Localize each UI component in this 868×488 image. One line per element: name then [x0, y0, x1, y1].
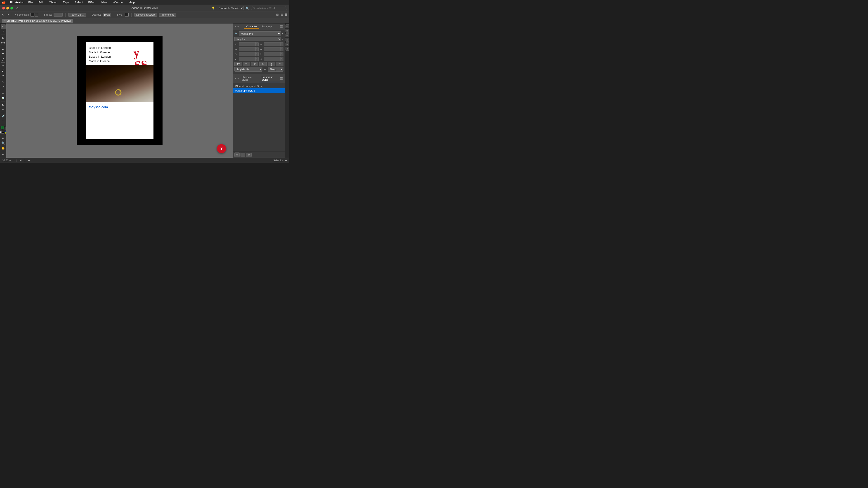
- workspace-selector[interactable]: Essentials Classic: [217, 6, 244, 10]
- canvas-area[interactable]: Based in London Made in Greece Based in …: [6, 24, 233, 158]
- stock-search-input[interactable]: [251, 6, 287, 10]
- font-style-select[interactable]: Regular: [235, 37, 281, 41]
- reflect-tool[interactable]: ⟺: [1, 41, 6, 45]
- close-button[interactable]: [2, 7, 5, 9]
- none-swatch[interactable]: [0, 131, 2, 133]
- style-swatch[interactable]: [125, 13, 129, 17]
- stroke-value-input[interactable]: [54, 13, 63, 17]
- fill-swatch[interactable]: [31, 13, 34, 17]
- more-tools[interactable]: •••: [1, 152, 6, 157]
- strip-btn-6[interactable]: ⊛: [285, 47, 289, 51]
- apple-menu[interactable]: 🍎: [2, 1, 6, 4]
- pen-tool[interactable]: ✒: [1, 47, 6, 52]
- home-icon[interactable]: ⌂: [16, 6, 19, 10]
- new-style-from-selection-button[interactable]: ⊕: [235, 153, 240, 157]
- direct-selection-icon[interactable]: ↗: [6, 13, 9, 17]
- select-menu[interactable]: Select: [74, 1, 84, 4]
- panel-close-icon[interactable]: ×: [235, 25, 236, 28]
- document-setup-button[interactable]: Document Setup: [134, 13, 157, 17]
- scale-v-up[interactable]: ▲: [281, 53, 283, 54]
- create-new-style-button[interactable]: +: [241, 153, 245, 157]
- leading-down[interactable]: ▼: [281, 44, 283, 46]
- panel-menu-icon[interactable]: ☰: [280, 25, 283, 29]
- app-name-menu[interactable]: Illustrator: [10, 1, 24, 4]
- stroke-color-swatch[interactable]: [2, 127, 5, 130]
- styles-panel-close-icon[interactable]: ×: [235, 77, 236, 80]
- language-select[interactable]: English: UK: [235, 67, 262, 72]
- tab-paragraph-styles[interactable]: Paragraph Styles: [259, 75, 280, 82]
- small-caps-button[interactable]: Tr: [243, 62, 250, 66]
- effect-menu[interactable]: Effect: [87, 1, 96, 4]
- zoom-dropdown-icon[interactable]: ▾: [12, 159, 13, 162]
- rectangle-tool[interactable]: ▭: [1, 107, 6, 112]
- touch-type-button[interactable]: Touch Call...: [68, 13, 86, 17]
- scale-v-down[interactable]: ▼: [281, 54, 283, 56]
- view-menu[interactable]: View: [100, 1, 108, 4]
- page-prev-icon[interactable]: ◀: [20, 159, 22, 162]
- direct-selection-tool[interactable]: ↗: [1, 29, 6, 34]
- tracking-input[interactable]: 0: [264, 47, 281, 51]
- leading-up[interactable]: ▲: [281, 42, 283, 44]
- styles-panel-menu-icon[interactable]: ☰: [280, 77, 283, 80]
- brush-tool[interactable]: 🖌: [1, 68, 6, 73]
- stroke-swatch[interactable]: [35, 13, 38, 17]
- baseline-up[interactable]: ▲: [256, 57, 258, 59]
- black-swatch[interactable]: [2, 131, 4, 133]
- eyedropper-tool[interactable]: 💉: [1, 113, 6, 118]
- rotate-down[interactable]: ▼: [281, 59, 283, 61]
- edit-menu[interactable]: Edit: [37, 1, 44, 4]
- font-family-select[interactable]: Myriad Pro: [239, 31, 281, 36]
- file-menu[interactable]: File: [27, 1, 34, 4]
- transform-icon[interactable]: ⊞: [281, 13, 283, 16]
- line-tool[interactable]: ╱: [1, 57, 6, 61]
- align-icon[interactable]: ⊟: [276, 13, 279, 16]
- more-icon[interactable]: ☰: [285, 13, 287, 16]
- status-arrow-icon[interactable]: ▶: [285, 159, 287, 162]
- strip-btn-4[interactable]: ☰: [285, 38, 289, 41]
- minimize-button[interactable]: [6, 7, 9, 9]
- kerning-up[interactable]: ▲: [256, 47, 258, 49]
- type-menu[interactable]: Type: [62, 1, 70, 4]
- strikethrough-button[interactable]: T: [276, 62, 283, 66]
- subscript-button[interactable]: T₂: [259, 62, 267, 66]
- tab-character[interactable]: Character: [244, 24, 259, 29]
- hand-tool[interactable]: ✋: [1, 146, 6, 151]
- lightbulb-icon[interactable]: 💡: [212, 6, 215, 10]
- ellipse-tool[interactable]: ○: [1, 64, 6, 68]
- artboard-tool[interactable]: ▣: [1, 136, 6, 140]
- pencil-tool[interactable]: ✏: [1, 73, 6, 78]
- kerning-down[interactable]: ▼: [256, 49, 258, 51]
- panel-collapse-icon[interactable]: ≫: [237, 26, 239, 28]
- column-graph-tool[interactable]: 📊: [1, 96, 6, 101]
- tracking-up[interactable]: ▲: [281, 47, 283, 49]
- strip-btn-2[interactable]: ⊟: [285, 29, 289, 33]
- all-caps-button[interactable]: TT: [235, 62, 242, 66]
- blend-tool[interactable]: ⟿: [1, 119, 6, 123]
- font-size-up[interactable]: ▲: [256, 42, 258, 44]
- tab-character-styles[interactable]: Character Styles: [239, 75, 259, 82]
- selection-tool-icon[interactable]: ↖: [2, 13, 4, 17]
- rotate-input[interactable]: 0°: [264, 57, 281, 61]
- leading-input[interactable]: (14.1 pt): [264, 42, 281, 46]
- rotate-up[interactable]: ▲: [281, 57, 283, 59]
- maximize-button[interactable]: [10, 7, 13, 9]
- object-menu[interactable]: Object: [48, 1, 58, 4]
- slice-tool[interactable]: ⬕: [1, 102, 6, 107]
- delete-style-button[interactable]: 🗑: [246, 153, 252, 157]
- tab-close-icon[interactable]: ×: [4, 20, 6, 22]
- strip-btn-1[interactable]: ⊡: [285, 24, 289, 28]
- document-tab[interactable]: × Lesson 3_Type panels.ai* @ 33.33% (RGB…: [2, 19, 73, 23]
- rotate-tool[interactable]: ↻: [1, 36, 6, 40]
- font-size-input[interactable]: 12 pt: [239, 42, 255, 46]
- font-family-dropdown-icon[interactable]: ▾: [282, 32, 283, 35]
- scale-h-input[interactable]: 100%: [239, 53, 255, 56]
- font-size-down[interactable]: ▼: [256, 44, 258, 46]
- zoom-tool[interactable]: 🔍: [1, 141, 6, 145]
- styles-collapse-icon[interactable]: ≫: [237, 77, 239, 80]
- strip-btn-5[interactable]: ⊕: [285, 42, 289, 46]
- baseline-down[interactable]: ▼: [256, 59, 258, 61]
- window-menu[interactable]: Window: [112, 1, 124, 4]
- style-item-normal[interactable]: [Normal Paragraph Style]: [233, 84, 285, 88]
- strip-btn-3[interactable]: ⊞: [285, 33, 289, 37]
- kerning-input[interactable]: Auto: [239, 47, 255, 51]
